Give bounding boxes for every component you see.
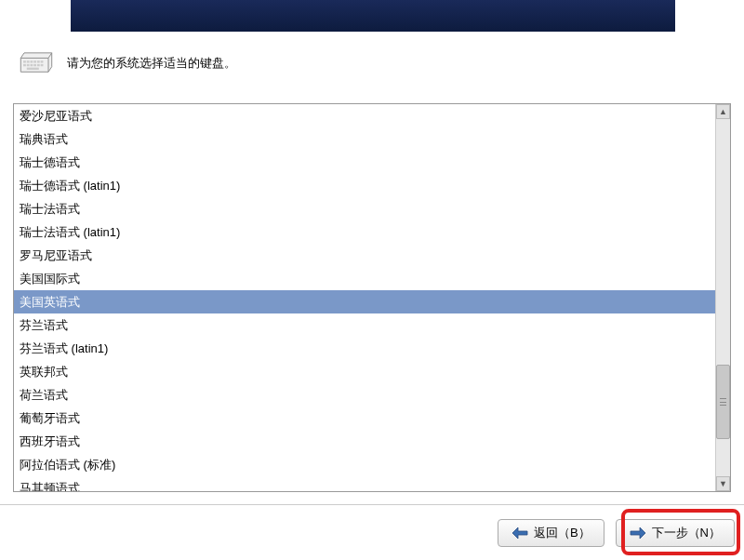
instruction-text: 请为您的系统选择适当的键盘。 [67, 55, 236, 72]
instruction-row: 请为您的系统选择适当的键盘。 [19, 51, 236, 75]
navigation-bar: 返回（B） 下一步（N） [0, 504, 744, 560]
list-item[interactable]: 美国英语式 [14, 290, 715, 313]
list-item[interactable]: 瑞士法语式 (latin1) [14, 220, 715, 244]
svg-rect-1 [27, 60, 30, 62]
scroll-up-button[interactable]: ▲ [716, 104, 730, 119]
svg-rect-0 [23, 60, 26, 62]
scroll-thumb[interactable] [716, 365, 730, 439]
next-button-label: 下一步（N） [652, 525, 721, 541]
list-item[interactable]: 瑞士法语式 [14, 197, 715, 220]
svg-rect-10 [37, 64, 40, 66]
list-item[interactable]: 瑞士德语式 [14, 151, 715, 174]
header-banner [71, 0, 675, 32]
scrollbar[interactable]: ▲ ▼ [715, 104, 730, 491]
back-button[interactable]: 返回（B） [498, 519, 604, 547]
scroll-down-button[interactable]: ▼ [716, 476, 730, 491]
svg-rect-6 [23, 64, 26, 66]
list-item[interactable]: 芬兰语式 (latin1) [14, 337, 715, 360]
arrow-right-icon [630, 527, 646, 540]
list-item[interactable]: 英联邦式 [14, 360, 715, 383]
list-item[interactable]: 马其顿语式 [14, 476, 715, 491]
list-items-container: 爱沙尼亚语式瑞典语式瑞士德语式瑞士德语式 (latin1)瑞士法语式瑞士法语式 … [14, 104, 715, 491]
list-item[interactable]: 荷兰语式 [14, 383, 715, 407]
svg-rect-11 [41, 64, 44, 66]
svg-rect-4 [37, 60, 40, 62]
list-item[interactable]: 瑞士德语式 (latin1) [14, 174, 715, 197]
svg-rect-9 [33, 64, 36, 66]
svg-rect-8 [31, 64, 33, 66]
list-item[interactable]: 罗马尼亚语式 [14, 244, 715, 267]
list-item[interactable]: 西班牙语式 [14, 430, 715, 453]
next-button[interactable]: 下一步（N） [616, 519, 735, 547]
svg-rect-5 [41, 60, 44, 62]
keyboard-layout-list: 爱沙尼亚语式瑞典语式瑞士德语式瑞士德语式 (latin1)瑞士法语式瑞士法语式 … [13, 103, 731, 492]
list-item[interactable]: 阿拉伯语式 (标准) [14, 453, 715, 476]
list-item[interactable]: 葡萄牙语式 [14, 407, 715, 430]
back-button-label: 返回（B） [534, 525, 591, 541]
keyboard-icon [19, 51, 54, 75]
list-item[interactable]: 芬兰语式 [14, 313, 715, 337]
list-item[interactable]: 爱沙尼亚语式 [14, 104, 715, 127]
svg-rect-12 [27, 68, 39, 70]
svg-rect-3 [33, 60, 36, 62]
list-item[interactable]: 瑞典语式 [14, 127, 715, 151]
list-item[interactable]: 美国国际式 [14, 267, 715, 290]
arrow-left-icon [512, 527, 528, 540]
svg-rect-2 [31, 60, 33, 62]
svg-rect-7 [27, 64, 30, 66]
